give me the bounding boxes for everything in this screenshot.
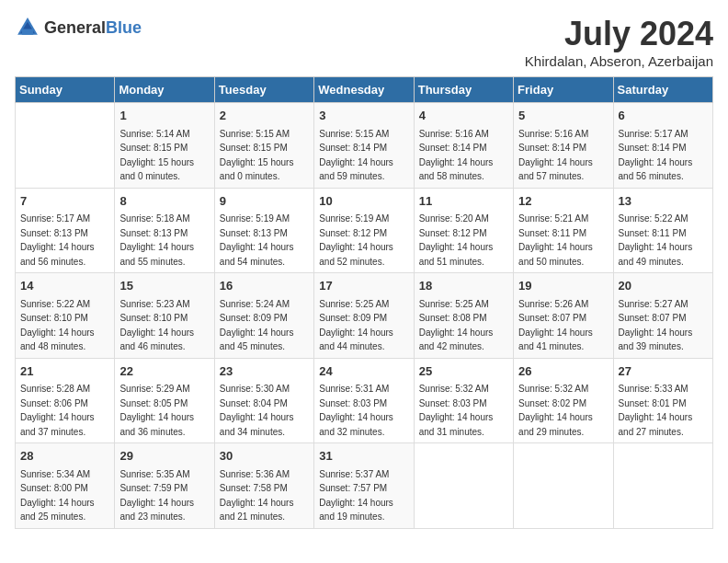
calendar-cell: 21Sunrise: 5:28 AM Sunset: 8:06 PM Dayli… <box>16 358 115 443</box>
calendar-cell: 30Sunrise: 5:36 AM Sunset: 7:58 PM Dayli… <box>214 443 313 529</box>
day-info: Sunrise: 5:19 AM Sunset: 8:13 PM Dayligh… <box>220 212 309 269</box>
day-info: Sunrise: 5:18 AM Sunset: 8:13 PM Dayligh… <box>119 212 209 269</box>
calendar-cell: 28Sunrise: 5:34 AM Sunset: 8:00 PM Dayli… <box>16 443 115 529</box>
day-info: Sunrise: 5:34 AM Sunset: 8:00 PM Dayligh… <box>20 467 109 524</box>
calendar-cell: 6Sunrise: 5:17 AM Sunset: 8:14 PM Daylig… <box>613 103 712 189</box>
week-row-1: 1Sunrise: 5:14 AM Sunset: 8:15 PM Daylig… <box>16 103 713 189</box>
day-number: 19 <box>518 277 608 295</box>
page-header: GeneralBlue July 2024 Khirdalan, Abseron… <box>15 15 713 69</box>
day-number: 6 <box>619 107 708 125</box>
week-row-3: 14Sunrise: 5:22 AM Sunset: 8:10 PM Dayli… <box>16 273 713 359</box>
day-info: Sunrise: 5:22 AM Sunset: 8:10 PM Dayligh… <box>20 297 109 354</box>
day-number: 18 <box>419 277 508 295</box>
day-number: 22 <box>119 362 209 381</box>
day-number: 30 <box>220 447 309 465</box>
weekday-header-thursday: Thursday <box>414 77 513 103</box>
day-info: Sunrise: 5:21 AM Sunset: 8:11 PM Dayligh… <box>518 212 608 269</box>
calendar-cell: 19Sunrise: 5:26 AM Sunset: 8:07 PM Dayli… <box>514 273 613 359</box>
location-title: Khirdalan, Abseron, Azerbaijan <box>525 53 713 69</box>
day-number: 5 <box>518 107 608 125</box>
calendar-cell: 24Sunrise: 5:31 AM Sunset: 8:03 PM Dayli… <box>314 358 414 443</box>
day-number: 29 <box>119 447 209 465</box>
day-info: Sunrise: 5:37 AM Sunset: 7:57 PM Dayligh… <box>319 467 408 524</box>
day-number: 23 <box>220 362 309 381</box>
calendar-cell: 13Sunrise: 5:22 AM Sunset: 8:11 PM Dayli… <box>613 188 712 273</box>
logo: GeneralBlue <box>15 15 142 40</box>
day-number: 2 <box>220 107 309 125</box>
calendar-cell <box>613 443 712 529</box>
day-number: 17 <box>319 277 408 295</box>
day-info: Sunrise: 5:25 AM Sunset: 8:08 PM Dayligh… <box>419 297 508 354</box>
day-info: Sunrise: 5:25 AM Sunset: 8:09 PM Dayligh… <box>319 297 408 354</box>
day-number: 3 <box>319 107 408 125</box>
week-row-2: 7Sunrise: 5:17 AM Sunset: 8:13 PM Daylig… <box>16 188 713 273</box>
day-info: Sunrise: 5:17 AM Sunset: 8:13 PM Dayligh… <box>20 212 109 269</box>
day-info: Sunrise: 5:15 AM Sunset: 8:14 PM Dayligh… <box>319 127 408 184</box>
day-info: Sunrise: 5:26 AM Sunset: 8:07 PM Dayligh… <box>518 297 608 354</box>
day-number: 16 <box>220 277 309 295</box>
calendar-cell: 15Sunrise: 5:23 AM Sunset: 8:10 PM Dayli… <box>115 273 214 359</box>
weekday-header-tuesday: Tuesday <box>214 77 313 103</box>
calendar-cell: 11Sunrise: 5:20 AM Sunset: 8:12 PM Dayli… <box>414 188 513 273</box>
day-number: 26 <box>518 362 608 381</box>
calendar-cell: 17Sunrise: 5:25 AM Sunset: 8:09 PM Dayli… <box>314 273 414 359</box>
weekday-header-saturday: Saturday <box>613 77 712 103</box>
day-info: Sunrise: 5:35 AM Sunset: 7:59 PM Dayligh… <box>119 467 209 524</box>
day-info: Sunrise: 5:22 AM Sunset: 8:11 PM Dayligh… <box>619 212 708 269</box>
weekday-header-sunday: Sunday <box>16 77 115 103</box>
calendar-cell: 2Sunrise: 5:15 AM Sunset: 8:15 PM Daylig… <box>214 103 313 189</box>
day-info: Sunrise: 5:32 AM Sunset: 8:02 PM Dayligh… <box>518 382 608 439</box>
day-number: 14 <box>20 277 109 295</box>
day-number: 25 <box>419 362 508 381</box>
day-number: 7 <box>20 192 109 211</box>
day-info: Sunrise: 5:36 AM Sunset: 7:58 PM Dayligh… <box>220 467 309 524</box>
calendar-cell: 8Sunrise: 5:18 AM Sunset: 8:13 PM Daylig… <box>115 188 214 273</box>
day-number: 8 <box>119 192 209 211</box>
calendar-cell: 7Sunrise: 5:17 AM Sunset: 8:13 PM Daylig… <box>16 188 115 273</box>
calendar-table: SundayMondayTuesdayWednesdayThursdayFrid… <box>15 76 713 529</box>
calendar-cell: 26Sunrise: 5:32 AM Sunset: 8:02 PM Dayli… <box>514 358 613 443</box>
calendar-cell: 4Sunrise: 5:16 AM Sunset: 8:14 PM Daylig… <box>414 103 513 189</box>
svg-rect-2 <box>22 29 33 35</box>
day-number: 9 <box>220 192 309 211</box>
calendar-cell: 14Sunrise: 5:22 AM Sunset: 8:10 PM Dayli… <box>16 273 115 359</box>
day-number: 20 <box>619 277 708 295</box>
weekday-header-row: SundayMondayTuesdayWednesdayThursdayFrid… <box>16 77 713 103</box>
calendar-cell: 29Sunrise: 5:35 AM Sunset: 7:59 PM Dayli… <box>115 443 214 529</box>
day-info: Sunrise: 5:16 AM Sunset: 8:14 PM Dayligh… <box>419 127 508 184</box>
calendar-cell: 31Sunrise: 5:37 AM Sunset: 7:57 PM Dayli… <box>314 443 414 529</box>
day-info: Sunrise: 5:31 AM Sunset: 8:03 PM Dayligh… <box>319 382 408 439</box>
calendar-cell: 23Sunrise: 5:30 AM Sunset: 8:04 PM Dayli… <box>214 358 313 443</box>
calendar-cell <box>414 443 513 529</box>
day-number: 10 <box>319 192 408 211</box>
calendar-cell: 25Sunrise: 5:32 AM Sunset: 8:03 PM Dayli… <box>414 358 513 443</box>
calendar-cell: 27Sunrise: 5:33 AM Sunset: 8:01 PM Dayli… <box>613 358 712 443</box>
day-info: Sunrise: 5:33 AM Sunset: 8:01 PM Dayligh… <box>619 382 708 439</box>
day-info: Sunrise: 5:23 AM Sunset: 8:10 PM Dayligh… <box>119 297 209 354</box>
month-title: July 2024 <box>525 15 713 53</box>
day-info: Sunrise: 5:17 AM Sunset: 8:14 PM Dayligh… <box>619 127 708 184</box>
day-info: Sunrise: 5:30 AM Sunset: 8:04 PM Dayligh… <box>220 382 309 439</box>
calendar-cell: 5Sunrise: 5:16 AM Sunset: 8:14 PM Daylig… <box>514 103 613 189</box>
day-info: Sunrise: 5:20 AM Sunset: 8:12 PM Dayligh… <box>419 212 508 269</box>
day-number: 12 <box>518 192 608 211</box>
day-info: Sunrise: 5:24 AM Sunset: 8:09 PM Dayligh… <box>220 297 309 354</box>
calendar-cell: 1Sunrise: 5:14 AM Sunset: 8:15 PM Daylig… <box>115 103 214 189</box>
calendar-cell: 3Sunrise: 5:15 AM Sunset: 8:14 PM Daylig… <box>314 103 414 189</box>
calendar-cell: 16Sunrise: 5:24 AM Sunset: 8:09 PM Dayli… <box>214 273 313 359</box>
day-number: 1 <box>119 107 209 125</box>
week-row-4: 21Sunrise: 5:28 AM Sunset: 8:06 PM Dayli… <box>16 358 713 443</box>
weekday-header-wednesday: Wednesday <box>314 77 414 103</box>
day-number: 31 <box>319 447 408 465</box>
day-info: Sunrise: 5:14 AM Sunset: 8:15 PM Dayligh… <box>119 127 209 184</box>
title-block: July 2024 Khirdalan, Abseron, Azerbaijan <box>525 15 713 69</box>
logo-icon <box>15 15 40 40</box>
day-info: Sunrise: 5:28 AM Sunset: 8:06 PM Dayligh… <box>20 382 109 439</box>
day-number: 27 <box>619 362 708 381</box>
calendar-cell: 9Sunrise: 5:19 AM Sunset: 8:13 PM Daylig… <box>214 188 313 273</box>
day-info: Sunrise: 5:29 AM Sunset: 8:05 PM Dayligh… <box>119 382 209 439</box>
calendar-cell: 10Sunrise: 5:19 AM Sunset: 8:12 PM Dayli… <box>314 188 414 273</box>
day-number: 4 <box>419 107 508 125</box>
day-info: Sunrise: 5:32 AM Sunset: 8:03 PM Dayligh… <box>419 382 508 439</box>
week-row-5: 28Sunrise: 5:34 AM Sunset: 8:00 PM Dayli… <box>16 443 713 529</box>
